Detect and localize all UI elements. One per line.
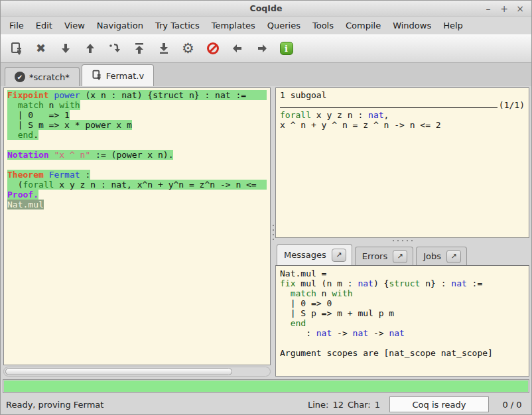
arrow-down-icon [59, 42, 72, 55]
close-icon[interactable]: × [515, 4, 525, 13]
worker-slots: 0 / 0 [498, 400, 526, 410]
code-line: Nat.mul [7, 200, 267, 209]
menu-file[interactable]: File [3, 19, 30, 32]
tab-label: Fermat.v [106, 71, 144, 81]
code-line: : nat -> nat -> nat [280, 328, 525, 338]
tab-jobs[interactable]: Jobs ↗ [416, 247, 467, 265]
tab-errors[interactable]: Errors ↗ [355, 247, 413, 265]
main-area: Fixpoint power (x n : nat) {struct n} : … [1, 86, 531, 378]
tab-fermat[interactable]: Fermat.v [82, 64, 154, 86]
code-line: (forall x y z n : nat, x^n + y^n = z^n -… [7, 180, 267, 190]
menu-help[interactable]: Help [437, 19, 469, 32]
check-circle-icon: ✔ [15, 72, 25, 82]
menu-queries[interactable]: Queries [261, 19, 306, 32]
code-line: Theorem Fermat : [7, 170, 267, 180]
backward-step-button[interactable] [80, 38, 100, 58]
maximize-icon[interactable]: + [499, 4, 509, 13]
code-line: | 0 => 0 [280, 298, 525, 308]
progress-bar [3, 379, 529, 393]
right-column: 1 subgoal(1/1)forall x y z n : nat,x ^ n… [275, 88, 529, 377]
scrollbar-thumb[interactable] [5, 368, 232, 375]
code-line: 1 subgoal [280, 90, 525, 100]
toolbar: ✖ ⚙ i [1, 34, 531, 63]
code-line: x ^ n + y ^ n = z ^ n -> n <= 2 [280, 120, 525, 130]
code-line: fix mul (n m : nat) {struct n} : nat := [280, 278, 525, 288]
horizontal-scrollbar[interactable] [3, 367, 271, 377]
arrow-down-bar-icon [157, 42, 170, 55]
code-line: Fixpoint power (x n : nat) {struct n} : … [7, 90, 267, 100]
document-tabstrip: ✔ *scratch* Fermat.v [1, 63, 531, 86]
forward-button[interactable] [251, 38, 272, 58]
goal-separator: (1/1) [280, 100, 525, 110]
go-to-cursor-icon [108, 42, 121, 55]
menu-tools[interactable]: Tools [306, 19, 340, 32]
script-column: Fixpoint power (x n : nat) {struct n} : … [3, 88, 271, 377]
restart-button[interactable] [129, 38, 149, 58]
tab-label: Messages [284, 250, 326, 260]
code-line [7, 140, 267, 150]
detach-button[interactable]: ↗ [393, 250, 407, 263]
coqide-window: CoqIde – + × FileEditViewNavigationTry T… [0, 0, 532, 415]
menu-templates[interactable]: Templates [206, 19, 261, 32]
menu-navigation[interactable]: Navigation [91, 19, 149, 32]
char-value: 1 [375, 400, 380, 410]
detach-icon: ↗ [450, 252, 456, 261]
line-label: Line: [308, 400, 328, 410]
menu-try-tactics[interactable]: Try Tactics [149, 19, 206, 32]
panel-tabstrip: Messages ↗ Errors ↗ Jobs ↗ [275, 243, 529, 265]
code-line: Notation "x ^ n" := (power x n). [7, 150, 267, 160]
interrupt-icon [207, 42, 219, 54]
window-controls: – + × [484, 4, 531, 13]
code-line: end [280, 318, 525, 328]
info-bubble-icon: i [280, 42, 293, 55]
back-button[interactable] [227, 38, 247, 58]
detach-icon: ↗ [397, 252, 403, 261]
minimize-icon[interactable]: – [484, 4, 493, 13]
interrupt-button[interactable] [202, 38, 223, 58]
code-line: | 0 => 1 [7, 110, 267, 120]
code-line: match n with [7, 100, 267, 110]
go-to-end-button[interactable] [153, 38, 174, 58]
tab-label: Jobs [423, 251, 441, 261]
preferences-button[interactable]: ⚙ [178, 38, 198, 58]
save-icon [10, 42, 23, 55]
close-buffer-icon: ✖ [36, 42, 46, 54]
code-line: match n with [280, 288, 525, 298]
close-buffer-button[interactable]: ✖ [31, 38, 51, 58]
vertical-splitter[interactable] [271, 88, 275, 377]
code-line: forall x y z n : nat, [280, 110, 525, 120]
go-to-cursor-button[interactable] [104, 38, 125, 58]
menu-view[interactable]: View [58, 19, 91, 32]
detach-button[interactable]: ↗ [446, 250, 461, 263]
coq-status: Coq is ready [389, 396, 489, 412]
forward-step-button[interactable] [55, 38, 76, 58]
detach-button[interactable]: ↗ [332, 249, 346, 262]
status-message: Ready, proving Fermat [6, 400, 308, 410]
menu-windows[interactable]: Windows [387, 19, 437, 32]
script-editor[interactable]: Fixpoint power (x n : nat) {struct n} : … [3, 88, 271, 365]
code-line [280, 338, 525, 348]
menu-edit[interactable]: Edit [30, 19, 58, 32]
save-button[interactable] [6, 38, 27, 58]
detach-icon: ↗ [336, 251, 342, 259]
goals-pane[interactable]: 1 subgoal(1/1)forall x y z n : nat,x ^ n… [275, 88, 529, 238]
menu-compile[interactable]: Compile [340, 19, 387, 32]
arrow-up-icon [84, 42, 97, 55]
status-bar: Ready, proving Fermat Line: 12 Char: 1 C… [1, 394, 531, 414]
tab-label: Errors [362, 251, 387, 261]
code-line: Proof. [7, 190, 267, 200]
tab-messages[interactable]: Messages ↗ [277, 244, 352, 265]
horizontal-splitter[interactable] [275, 238, 529, 243]
arrow-left-icon [231, 42, 244, 55]
messages-pane[interactable]: Nat.mul =fix mul (n m : nat) {struct n} … [275, 265, 529, 377]
arrow-up-bar-icon [133, 42, 146, 55]
about-button[interactable]: i [276, 38, 297, 58]
status-right: Line: 12 Char: 1 Coq is ready 0 / 0 [308, 396, 526, 412]
tab-scratch[interactable]: ✔ *scratch* [5, 67, 80, 86]
progress-fill [4, 381, 528, 392]
title-bar: CoqIde – + × [1, 1, 531, 17]
code-line: end. [7, 130, 267, 140]
window-title: CoqIde [1, 3, 531, 13]
code-line: | S p => m + mul p m [280, 308, 525, 318]
menu-bar: FileEditViewNavigationTry TacticsTemplat… [1, 17, 531, 34]
